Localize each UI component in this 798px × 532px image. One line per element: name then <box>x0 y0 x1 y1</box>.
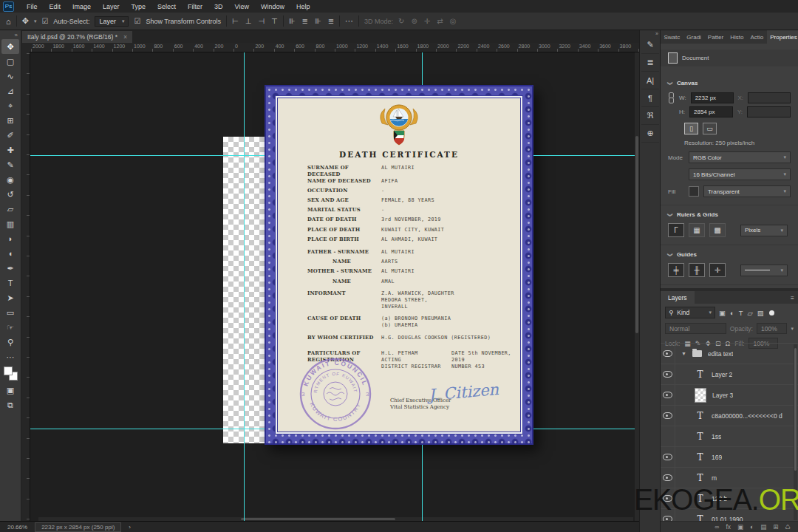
shape-tool[interactable]: ▭ <box>1 305 19 320</box>
lock-guides-icon[interactable]: ✛ <box>709 263 726 277</box>
show-transform-checkbox[interactable]: ☑ <box>134 17 140 25</box>
document-info[interactable]: 2232 px x 2854 px (250 ppi) <box>35 522 121 532</box>
fill-dropdown[interactable]: Transparent▾ <box>703 185 791 197</box>
dodge-tool[interactable]: ◖ <box>1 246 19 261</box>
align-center-h-icon[interactable]: ⊥ <box>245 17 252 25</box>
distribute-left-icon[interactable]: ⊪ <box>315 17 321 25</box>
frame-tool[interactable]: ⊞ <box>1 113 19 128</box>
snap-toggle-icon[interactable]: ▩ <box>709 223 726 237</box>
layer-row[interactable]: T169 <box>661 447 798 468</box>
3d-orbit-icon[interactable]: ↻ <box>398 17 404 25</box>
menu-filter[interactable]: Filter <box>182 3 208 10</box>
more-tools[interactable]: ⋯ <box>1 349 19 364</box>
layer-name[interactable]: 129 b <box>712 495 727 502</box>
layer-name[interactable]: 169 <box>712 454 722 461</box>
menu-edit[interactable]: Edit <box>44 3 67 10</box>
path-selection-tool[interactable]: ➤ <box>1 290 19 305</box>
visibility-toggle[interactable] <box>661 344 675 364</box>
panel-menu-icon[interactable]: ≡ <box>787 291 798 304</box>
visibility-toggle[interactable] <box>661 364 675 384</box>
layer-row[interactable]: Layer 3 <box>661 385 798 406</box>
visibility-toggle[interactable] <box>661 447 675 467</box>
zoom-level[interactable]: 20.66% <box>7 524 27 531</box>
delete-layer-icon[interactable]: ♺ <box>785 523 791 531</box>
menu-help[interactable]: Help <box>290 3 316 10</box>
history-brush-tool[interactable]: ↺ <box>1 187 19 202</box>
foreground-color-swatch[interactable] <box>4 366 13 375</box>
menu-window[interactable]: Window <box>255 3 290 10</box>
bit-depth-dropdown[interactable]: 16 Bits/Channel▾ <box>689 168 791 180</box>
auto-select-checkbox[interactable]: ☑ <box>41 17 48 25</box>
rulers-grids-section-header[interactable]: ❯ Rulers & Grids <box>661 205 798 218</box>
layer-name[interactable]: c8a000000...<<<<<<<0 d <box>712 412 782 420</box>
layer-row-body[interactable]: TLayer 2 <box>675 369 798 380</box>
horizontal-guide[interactable] <box>533 155 635 156</box>
adjustment-layer-icon[interactable]: ◐ <box>750 523 754 531</box>
horizontal-guide[interactable] <box>30 155 265 156</box>
horizontal-guide[interactable] <box>533 429 635 429</box>
color-swatches[interactable] <box>4 366 18 381</box>
height-input[interactable]: 2854 px <box>689 106 733 117</box>
tab-properties[interactable]: Properties <box>767 30 798 44</box>
brush-tool[interactable]: ✎ <box>1 157 19 172</box>
vertical-guide[interactable] <box>244 52 245 521</box>
toolbar-collapse-icon[interactable]: » <box>15 32 18 38</box>
blend-mode-dropdown[interactable]: Normal <box>665 323 726 334</box>
brush-settings-icon[interactable]: ✎ <box>641 36 659 54</box>
align-top-icon[interactable]: ⊤ <box>271 17 278 25</box>
guide-style-dropdown[interactable]: ▾ <box>740 265 788 276</box>
layer-row-body[interactable]: ▼edita text <box>675 350 798 358</box>
smart-guides-icon[interactable]: ╫ <box>689 263 705 277</box>
healing-brush-tool[interactable]: ✚ <box>1 143 19 157</box>
eraser-tool[interactable]: ▱ <box>1 202 19 216</box>
fill-swatch[interactable] <box>689 186 699 197</box>
distribute-top-icon[interactable]: ≣ <box>328 17 334 25</box>
crop-tool[interactable]: ⌖ <box>1 98 19 113</box>
vertical-guide[interactable] <box>422 52 423 85</box>
visibility-toggle[interactable] <box>661 488 675 508</box>
layer-effects-icon[interactable]: fx <box>726 523 731 531</box>
tab-histo[interactable]: Histo <box>727 30 747 44</box>
layer-name[interactable]: edita text <box>708 350 734 358</box>
ruler-toggle-icon[interactable]: Γ <box>668 223 684 237</box>
menu-image[interactable]: Image <box>66 3 97 10</box>
layers-scrollbar[interactable] <box>794 344 797 520</box>
3d-slide-icon[interactable]: ⇄ <box>437 17 443 25</box>
opacity-input[interactable]: 100% <box>757 323 788 334</box>
3d-zoom-icon[interactable]: ◎ <box>450 17 457 25</box>
zoom-tool[interactable]: ⚲ <box>1 335 19 349</box>
visibility-toggle[interactable] <box>661 468 675 488</box>
visibility-toggle[interactable] <box>661 385 675 405</box>
tab-actio[interactable]: Actio <box>747 30 767 44</box>
color-mode-dropdown[interactable]: RGB Color▾ <box>689 151 791 163</box>
character-icon[interactable]: A| <box>641 72 659 89</box>
filter-pixel-icon[interactable]: ▣ <box>719 309 726 317</box>
menu-layer[interactable]: Layer <box>97 3 126 10</box>
paragraph-icon[interactable]: ¶ <box>641 89 659 107</box>
width-input[interactable]: 2232 px <box>691 92 734 103</box>
layer-row-body[interactable]: Tm <box>675 473 798 483</box>
layer-row-body[interactable]: T129 b <box>675 494 798 504</box>
status-chevron-icon[interactable]: › <box>129 524 131 531</box>
visibility-toggle[interactable] <box>661 406 675 426</box>
object-selection-tool[interactable]: ⊿ <box>1 83 19 98</box>
filter-adjustment-icon[interactable]: ◐ <box>730 309 734 317</box>
menu-3d[interactable]: 3D <box>208 3 229 10</box>
filter-type-icon[interactable]: T <box>739 309 743 317</box>
filter-toggle-pin[interactable] <box>769 310 774 316</box>
guides-section-header[interactable]: ❯ Guides <box>661 245 798 258</box>
tab-gradi[interactable]: Gradi <box>683 30 705 44</box>
home-icon[interactable]: ⌂ <box>6 17 11 26</box>
pasteboard[interactable]: DEATH CERTIFICATE SURNAME OF DECEASEDAL … <box>30 52 639 521</box>
guides-toggle-icon[interactable]: ╪ <box>668 263 684 277</box>
layer-row[interactable]: T129 b <box>661 488 798 509</box>
photoshop-logo-icon[interactable]: Ps <box>3 1 14 12</box>
units-dropdown[interactable]: Pixels▾ <box>740 225 788 236</box>
x-input[interactable] <box>748 92 791 103</box>
align-right-icon[interactable]: ⊣ <box>258 17 265 25</box>
hand-tool[interactable]: ☞ <box>1 320 19 335</box>
distribute-horizontal-icon[interactable]: ≣ <box>302 17 308 25</box>
landscape-orientation-button[interactable]: ▭ <box>703 123 717 134</box>
visibility-toggle[interactable] <box>661 426 675 446</box>
tab-swatc[interactable]: Swatc <box>661 30 683 44</box>
